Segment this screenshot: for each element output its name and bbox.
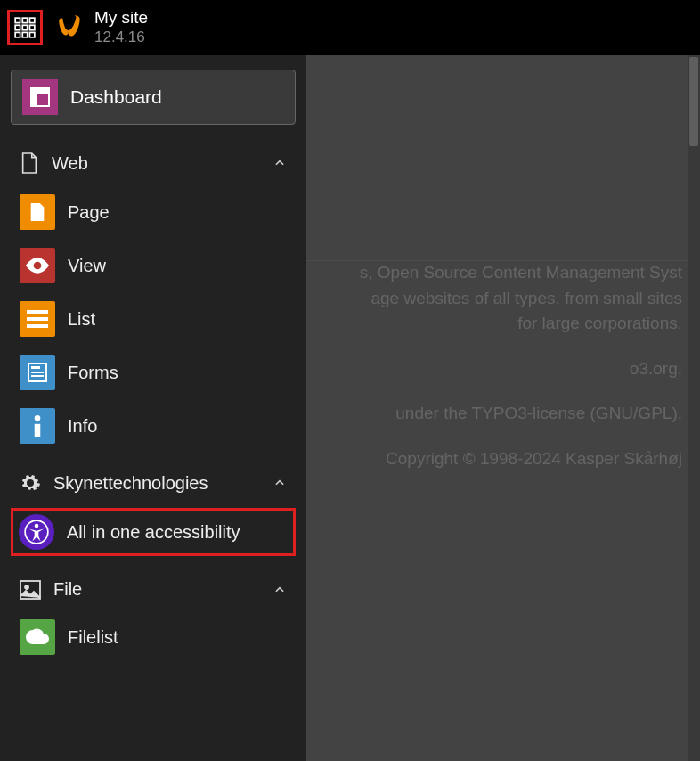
- group-label: Skynettechnologies: [53, 473, 260, 494]
- module-label: Forms: [68, 363, 287, 383]
- dashboard-icon: [22, 79, 58, 115]
- svg-rect-25: [28, 635, 36, 637]
- svg-rect-12: [27, 310, 48, 314]
- svg-point-19: [35, 415, 41, 421]
- module-label: Filelist: [68, 627, 287, 648]
- scrollbar-thumb[interactable]: [689, 57, 698, 146]
- svg-rect-2: [29, 18, 34, 22]
- chevron-up-icon: [273, 156, 287, 170]
- svg-rect-0: [15, 18, 20, 22]
- svg-point-22: [35, 524, 39, 528]
- chevron-up-icon: [273, 583, 287, 597]
- dim-overlay: [306, 55, 700, 761]
- module-label: Info: [68, 416, 287, 437]
- module-label: View: [68, 256, 287, 276]
- brand: My site 12.4.16: [55, 8, 148, 46]
- svg-point-24: [25, 585, 28, 589]
- svg-rect-14: [27, 324, 48, 328]
- module-sidebar: Dashboard Web Page View List Forms Info: [0, 55, 306, 761]
- page-icon: [20, 194, 55, 230]
- group-header-skynet[interactable]: Skynettechnologies: [11, 465, 296, 501]
- module-filelist[interactable]: Filelist: [11, 614, 296, 660]
- group-header-file[interactable]: File: [11, 572, 296, 607]
- scrollbar[interactable]: [688, 55, 700, 761]
- svg-rect-7: [22, 32, 27, 37]
- module-accessibility[interactable]: All in one accessibility: [11, 508, 296, 556]
- chevron-up-icon: [273, 476, 287, 490]
- module-label: List: [68, 309, 287, 330]
- content-area: s, Open Source Content Management Syst a…: [306, 55, 700, 761]
- list-icon: [20, 301, 55, 337]
- filelist-icon: [20, 619, 55, 655]
- module-info[interactable]: Info: [11, 403, 296, 449]
- svg-rect-17: [31, 372, 44, 373]
- view-icon: [20, 248, 55, 283]
- apps-menu-button[interactable]: [7, 10, 43, 45]
- svg-rect-1: [22, 18, 27, 22]
- site-version: 12.4.16: [94, 29, 148, 46]
- module-page[interactable]: Page: [11, 189, 296, 235]
- info-icon: [20, 408, 55, 444]
- accessibility-icon: [19, 514, 54, 550]
- svg-rect-16: [31, 366, 40, 369]
- dashboard-button[interactable]: Dashboard: [11, 70, 296, 125]
- svg-rect-18: [31, 375, 44, 377]
- svg-rect-26: [28, 639, 36, 641]
- module-view[interactable]: View: [11, 242, 296, 289]
- dashboard-label: Dashboard: [70, 86, 162, 108]
- group-label: Web: [52, 153, 260, 174]
- svg-rect-5: [29, 25, 34, 29]
- group-label: File: [53, 579, 260, 600]
- image-icon: [20, 580, 41, 600]
- svg-rect-20: [35, 424, 41, 437]
- svg-rect-3: [15, 25, 20, 29]
- module-forms[interactable]: Forms: [11, 349, 296, 396]
- module-list[interactable]: List: [11, 296, 296, 342]
- page-outline-icon: [20, 151, 39, 175]
- topbar: My site 12.4.16: [0, 0, 700, 55]
- apps-grid-icon: [13, 16, 37, 39]
- typo3-logo-icon: [55, 12, 85, 43]
- svg-rect-13: [27, 317, 48, 321]
- module-label: All in one accessibility: [67, 522, 288, 543]
- svg-rect-6: [15, 32, 20, 37]
- group-header-web[interactable]: Web: [11, 144, 296, 182]
- svg-rect-11: [31, 94, 37, 106]
- forms-icon: [20, 355, 55, 390]
- svg-rect-8: [29, 32, 34, 37]
- gear-icon: [20, 472, 41, 494]
- module-label: Page: [68, 202, 287, 223]
- site-name: My site: [94, 8, 148, 29]
- svg-rect-4: [22, 25, 27, 29]
- svg-rect-10: [31, 88, 49, 94]
